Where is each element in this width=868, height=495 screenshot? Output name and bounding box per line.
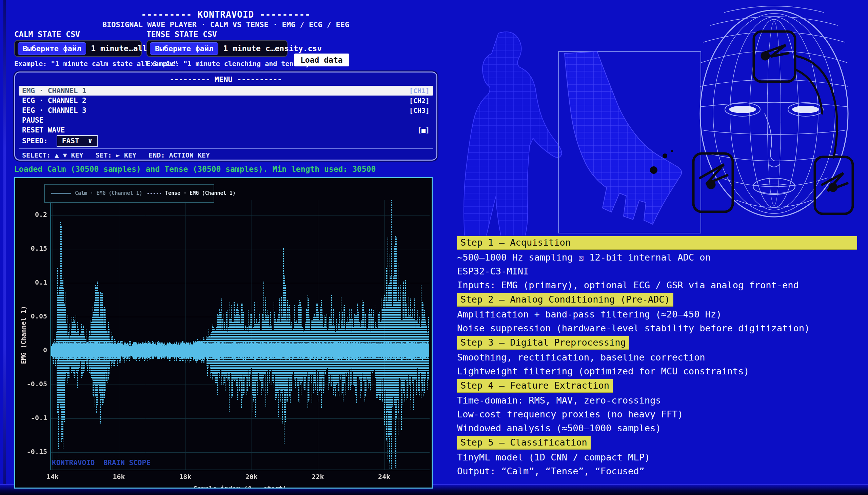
tense-file-name: 1 minute c…ensity.csv [223, 44, 322, 53]
speed-dropdown[interactable]: FAST ∨ [56, 135, 98, 147]
step-detail-line: Amplification + band-pass filtering (≈20… [457, 308, 857, 321]
pipeline-steps: Step 1 — Acquisition~500–1000 Hz samplin… [457, 236, 857, 477]
step-header: Step 3 — Digital Preprocessing [457, 336, 629, 349]
menu-item-label: EMG · CHANNEL 1 [22, 87, 86, 95]
speed-label: SPEED: [22, 137, 48, 145]
menu-item-badge: [CH1] [409, 87, 430, 95]
step-detail-line: Inputs: EMG (primary), optional ECG / GS… [457, 279, 857, 291]
menu-item-badge: [■] [417, 126, 430, 134]
head-wireframe-art [680, 2, 868, 237]
app-title: --------- KONTRAVOID --------- [14, 10, 437, 20]
left-eye-glow [729, 106, 756, 113]
electrode-dot-icon [650, 166, 657, 174]
load-data-button[interactable]: Load data [294, 53, 349, 66]
chevron-down-icon: ∨ [88, 137, 92, 145]
step-detail-line: Noise suppression (hardware-level stabil… [457, 322, 857, 335]
tense-choose-file-button[interactable]: Выберите файл [150, 42, 218, 55]
electrode-dot-icon [671, 150, 673, 152]
step-header: Step 2 — Analog Conditioning (Pre-ADC) [457, 293, 673, 307]
speed-row: SPEED: FAST ∨ [19, 135, 433, 147]
menu-item-badge: [CH3] [409, 106, 430, 115]
menu-item-emg[interactable]: EMG · CHANNEL 1[CH1] [19, 86, 433, 96]
menu-key-hints: SELECT: ▲ ▼ KEY SET: ► KEY END: ACTION K… [19, 150, 433, 160]
menu-item-label: RESET WAVE [22, 126, 65, 134]
left-accent-strip [3, 0, 6, 495]
signal-chart [14, 177, 433, 489]
menu-item-eeg[interactable]: EEG · CHANNEL 3[CH3] [19, 105, 433, 115]
calm-choose-file-button[interactable]: Выберите файл [18, 42, 86, 55]
step-header: Step 5 — Classification [457, 436, 591, 449]
menu-divider [19, 149, 433, 149]
menu-item-list: EMG · CHANNEL 1[CH1]ECG · CHANNEL 2[CH2]… [19, 86, 433, 135]
tense-csv-label: TENSE STATE CSV [147, 30, 217, 39]
step-detail-line: Output: “Calm”, “Tense”, “Focused” [457, 465, 857, 477]
step-detail-line: Smoothing, rectification, baseline corre… [457, 351, 857, 363]
step-detail-line: Time-domain: RMS, MAV, zero-crossings [457, 394, 857, 407]
hand-wireframe-art [558, 51, 704, 234]
calm-file-input[interactable]: Выберите файл 1 minute…all 3.csv [14, 40, 142, 57]
step-header: Step 1 — Acquisition [457, 236, 857, 250]
app-subtitle: BIOSIGNAL WAVE PLAYER · CALM VS TENSE · … [14, 20, 437, 29]
step-detail-line: Lightweight filtering (optimized for MCU… [457, 365, 857, 377]
menu-item-label: EEG · CHANNEL 3 [22, 106, 86, 115]
calm-csv-label: CALM STATE CSV [14, 30, 80, 39]
menu-item-badge: [CH2] [409, 97, 430, 105]
menu-title: --------- MENU ---------- [19, 75, 433, 84]
step-header: Step 4 — Feature Extraction [457, 379, 613, 393]
step-detail-line: ESP32-C3-MINI [457, 265, 857, 277]
menu-item-label: PAUSE [22, 116, 44, 124]
menu-item-ecg[interactable]: ECG · CHANNEL 2[CH2] [19, 96, 433, 105]
menu-item-pause[interactable]: PAUSE [19, 115, 433, 125]
menu-panel: --------- MENU ---------- EMG · CHANNEL … [14, 71, 437, 160]
tense-file-input[interactable]: Выберите файл 1 minute c…ensity.csv [147, 40, 287, 57]
menu-item-reset[interactable]: RESET WAVE[■] [19, 125, 433, 135]
status-message: Loaded Calm (30500 samples) and Tense (3… [14, 165, 376, 173]
step-detail-line: Low-cost frequency proxies (no heavy FFT… [457, 408, 857, 421]
right-eye-glow [792, 106, 819, 113]
hand-art-frame [558, 51, 701, 233]
signal-chart-canvas [15, 178, 432, 488]
step-detail-line: Windowed analysis (≈500–1000 samples) [457, 422, 857, 434]
electrode-sketch [694, 32, 853, 214]
electrode-dot-icon [663, 153, 667, 158]
step-detail-line: ~500–1000 Hz sampling ☒ 12-bit internal … [457, 251, 857, 263]
menu-item-label: ECG · CHANNEL 2 [22, 97, 86, 105]
speed-value: FAST [62, 137, 79, 145]
body-wireframe-art [439, 27, 568, 236]
step-detail-line: TinyML model (1D CNN / compact MLP) [457, 451, 857, 463]
